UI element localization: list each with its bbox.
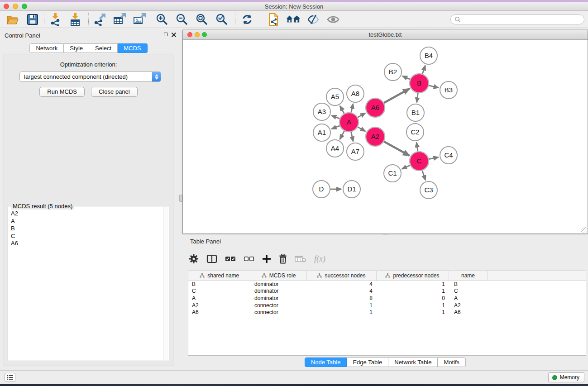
- node-C2[interactable]: C2: [406, 124, 424, 141]
- node-D1[interactable]: D1: [343, 181, 360, 198]
- column-header[interactable]: MCDS role: [251, 271, 306, 281]
- table-row[interactable]: Adominator80A: [188, 295, 586, 302]
- run-mcds-button[interactable]: Run MCDS: [39, 87, 85, 97]
- mcds-result-list[interactable]: A2ABCA6: [9, 210, 163, 360]
- new-network-from-file-icon[interactable]: [266, 13, 281, 26]
- task-history-button[interactable]: [5, 373, 15, 382]
- add-column-icon[interactable]: [262, 254, 271, 263]
- network-canvas[interactable]: AA1A2A3A4A5A6A7A8BB1B2B3B4CC1C2C3C4DD1: [183, 40, 588, 234]
- import-table-icon[interactable]: [68, 13, 82, 26]
- tab-network[interactable]: Network: [29, 43, 64, 53]
- delete-column-icon[interactable]: [279, 254, 287, 264]
- node-C1[interactable]: C1: [384, 165, 401, 182]
- vertical-splitter-handle[interactable]: [179, 195, 182, 202]
- node-A[interactable]: A: [339, 113, 359, 132]
- edge-A-A8[interactable]: [351, 104, 353, 112]
- node-B1[interactable]: B1: [407, 104, 424, 121]
- export-image-icon[interactable]: [132, 13, 147, 26]
- search-input[interactable]: [461, 15, 584, 24]
- edge-B-B3[interactable]: [429, 86, 438, 88]
- node-A8[interactable]: A8: [347, 85, 364, 102]
- result-item[interactable]: A2: [9, 210, 163, 218]
- edge-B-B4[interactable]: [422, 66, 425, 74]
- home-icon[interactable]: [286, 13, 301, 26]
- result-item[interactable]: A6: [9, 240, 163, 248]
- refresh-icon[interactable]: [240, 13, 254, 26]
- column-header[interactable]: successor nodes: [306, 271, 376, 281]
- edge-A2-C[interactable]: [384, 142, 409, 156]
- node-D[interactable]: D: [313, 181, 330, 198]
- table-row[interactable]: Cdominator41C: [188, 288, 586, 295]
- save-session-icon[interactable]: [25, 13, 40, 26]
- tab-network-table[interactable]: Network Table: [388, 357, 438, 367]
- edge-A-A6[interactable]: [358, 113, 365, 117]
- result-item[interactable]: A: [9, 218, 163, 225]
- export-network-icon[interactable]: [92, 13, 107, 26]
- node-A1[interactable]: A1: [313, 124, 330, 141]
- edge-A-A2[interactable]: [358, 127, 365, 131]
- tab-node-table[interactable]: Node Table: [305, 357, 347, 367]
- close-panel-icon[interactable]: [172, 33, 176, 37]
- result-item[interactable]: C: [9, 233, 163, 240]
- search-field[interactable]: [450, 14, 584, 24]
- zoom-in-icon[interactable]: [155, 13, 169, 26]
- node-A7[interactable]: A7: [347, 143, 364, 160]
- node-B4[interactable]: B4: [420, 47, 437, 64]
- zoom-fit-icon[interactable]: [195, 13, 209, 26]
- edge-C-C4[interactable]: [429, 157, 439, 159]
- close-panel-button[interactable]: Close panel: [91, 87, 138, 97]
- edge-A-A5[interactable]: [340, 106, 344, 114]
- node-A6[interactable]: A6: [366, 98, 385, 117]
- node-B3[interactable]: B3: [440, 81, 457, 99]
- memory-button[interactable]: Memory: [548, 372, 584, 382]
- network-window-titlebar[interactable]: testGlobe.txt: [183, 29, 588, 40]
- node-A2[interactable]: A2: [366, 127, 385, 146]
- deselect-checkboxes-icon[interactable]: [244, 256, 254, 262]
- edge-A6-B[interactable]: [384, 89, 409, 103]
- eye-icon[interactable]: [326, 13, 340, 26]
- export-table-icon[interactable]: [112, 13, 127, 26]
- node-A3[interactable]: A3: [313, 103, 330, 120]
- node-C4[interactable]: C4: [440, 147, 457, 164]
- edge-B-B2[interactable]: [402, 76, 410, 79]
- result-scrollbar[interactable]: [163, 207, 168, 360]
- edge-A-A4[interactable]: [340, 131, 344, 139]
- node-C[interactable]: C: [410, 152, 429, 171]
- hide-panel-icon[interactable]: [306, 13, 320, 26]
- node-B2[interactable]: B2: [384, 63, 402, 81]
- column-browser-icon[interactable]: [206, 254, 217, 263]
- edge-A-A3[interactable]: [331, 115, 339, 119]
- tab-edge-table[interactable]: Edge Table: [347, 357, 388, 367]
- result-item[interactable]: B: [9, 225, 163, 233]
- resize-grip-icon[interactable]: [581, 227, 587, 233]
- tab-mcds[interactable]: MCDS: [118, 43, 147, 53]
- node-B[interactable]: B: [410, 74, 429, 93]
- tab-select[interactable]: Select: [89, 43, 118, 53]
- tab-style[interactable]: Style: [64, 43, 89, 53]
- edge-A-A1[interactable]: [331, 126, 339, 129]
- table-row[interactable]: A6connector11A6: [188, 309, 586, 316]
- edge-B-B1[interactable]: [417, 93, 418, 102]
- node-A4[interactable]: A4: [326, 140, 344, 157]
- open-file-icon[interactable]: [5, 13, 20, 26]
- criterion-dropdown[interactable]: largest connected component (directed): [19, 71, 161, 82]
- window-titlebar[interactable]: Session: New Session: [0, 2, 588, 11]
- gear-icon[interactable]: [189, 254, 199, 264]
- table-row[interactable]: A2connector11A2: [188, 302, 586, 309]
- node-table[interactable]: shared nameMCDS rolesuccessor nodesprede…: [188, 271, 586, 356]
- node-A5[interactable]: A5: [326, 88, 344, 105]
- float-panel-icon[interactable]: [164, 33, 167, 36]
- column-header[interactable]: name: [449, 271, 488, 281]
- table-row[interactable]: Bdominator41B: [188, 281, 586, 288]
- edge-A-A7[interactable]: [351, 132, 354, 142]
- import-network-icon[interactable]: [48, 13, 62, 26]
- select-all-checkboxes-icon[interactable]: [225, 256, 236, 262]
- edge-C-C1[interactable]: [402, 165, 410, 169]
- zoom-out-icon[interactable]: [175, 13, 189, 26]
- zoom-selected-icon[interactable]: [215, 13, 229, 26]
- edge-C-C3[interactable]: [422, 171, 425, 180]
- column-header[interactable]: predecessor nodes: [376, 271, 449, 281]
- edge-C-C2[interactable]: [416, 143, 418, 151]
- column-header[interactable]: shared name: [188, 271, 251, 281]
- node-C3[interactable]: C3: [420, 181, 437, 199]
